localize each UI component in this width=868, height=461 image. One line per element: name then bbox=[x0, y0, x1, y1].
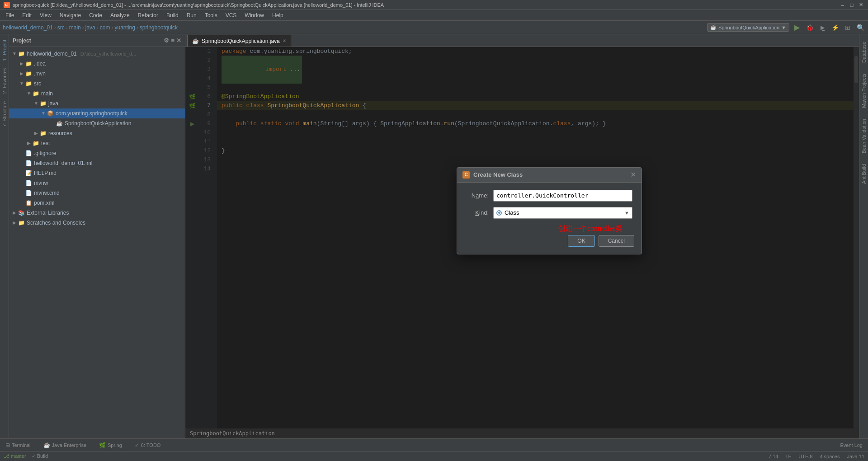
bottom-tab-todo[interactable]: ✓ 6: TODO bbox=[132, 440, 164, 451]
test-label: test bbox=[41, 139, 50, 147]
bottom-tab-terminal[interactable]: ⊟ Terminal bbox=[3, 440, 33, 451]
breadcrumb-main[interactable]: main bbox=[69, 24, 81, 31]
close-button[interactable]: ✕ bbox=[857, 1, 864, 9]
menu-analyze[interactable]: Analyze bbox=[107, 10, 133, 20]
gear-icon[interactable]: ≡ bbox=[171, 37, 175, 44]
tree-package[interactable]: ▼ 📦 com.yuanting.springbootquick bbox=[9, 108, 185, 118]
cancel-button[interactable]: Cancel bbox=[599, 235, 634, 247]
menu-file[interactable]: File bbox=[2, 10, 18, 20]
minimize-button[interactable]: – bbox=[839, 1, 846, 9]
project-panel: Project ⚙ ≡ ✕ ▼ 📁 helloworld_demo_01 D:\… bbox=[9, 34, 185, 438]
run-button[interactable]: ▶ bbox=[792, 23, 802, 33]
menu-code[interactable]: Code bbox=[85, 10, 106, 20]
breadcrumb-com[interactable]: com bbox=[100, 24, 110, 31]
search-button[interactable]: 🔍 bbox=[855, 23, 865, 33]
coverage-button[interactable]: ▶̲ bbox=[817, 23, 827, 33]
tree-ext-libs[interactable]: ▶ 📚 External Libraries bbox=[9, 208, 185, 218]
mvn-label: .mvn bbox=[34, 70, 46, 78]
ok-button[interactable]: OK bbox=[568, 235, 594, 247]
restore-button[interactable]: □ bbox=[848, 1, 855, 9]
tree-mvn[interactable]: ▶ 📁 .mvn bbox=[9, 69, 185, 79]
tree-src[interactable]: ▼ 📁 src bbox=[9, 79, 185, 89]
tree-main[interactable]: ▼ 📁 main bbox=[9, 89, 185, 99]
breadcrumb-java[interactable]: java bbox=[85, 24, 95, 31]
tab-close-icon[interactable]: ✕ bbox=[283, 38, 286, 43]
src-arrow: ▼ bbox=[18, 80, 25, 88]
cursor-position[interactable]: 7:14 bbox=[769, 454, 778, 459]
java-enterprise-icon: ☕ bbox=[43, 442, 50, 448]
git-icon[interactable]: ⎇ master bbox=[4, 453, 26, 459]
run-config-selector[interactable]: ☕ SpringbootQuickApplication ▼ bbox=[707, 23, 789, 32]
tree-resources[interactable]: ▶ 📁 resources bbox=[9, 128, 185, 138]
settings-icon[interactable]: ⚙ bbox=[164, 37, 169, 44]
terminal-icon: ⊟ bbox=[5, 442, 10, 448]
kind-value: Class bbox=[505, 209, 519, 216]
java-label: java bbox=[48, 99, 58, 108]
tree-scratches[interactable]: ▶ 📁 Scratches and Consoles bbox=[9, 218, 185, 228]
kind-select[interactable]: Class ▼ bbox=[493, 207, 632, 219]
right-tab-maven[interactable]: Maven Projects bbox=[860, 70, 868, 112]
side-tab-project[interactable]: 1: Project bbox=[0, 36, 9, 64]
menu-refactor[interactable]: Refactor bbox=[134, 10, 162, 20]
scratches-arrow: ▶ bbox=[11, 219, 18, 227]
spring-icon: 🌿 bbox=[99, 442, 106, 448]
tree-java[interactable]: ▼ 📁 java bbox=[9, 99, 185, 108]
right-tab-ant[interactable]: Ant Build bbox=[860, 160, 868, 188]
md-icon: 📝 bbox=[25, 169, 32, 177]
radio-dot bbox=[498, 212, 500, 214]
tree-gitignore[interactable]: 📄 .gitignore bbox=[9, 148, 185, 158]
event-log-label: Event Log bbox=[840, 442, 863, 448]
side-tab-favorites[interactable]: 2: Favorites bbox=[0, 64, 9, 97]
tree-help[interactable]: 📝 HELP.md bbox=[9, 168, 185, 178]
class-name-input[interactable] bbox=[493, 190, 632, 202]
menu-edit[interactable]: Edit bbox=[19, 10, 35, 20]
spring-label: Spring bbox=[108, 442, 122, 448]
breadcrumb-yuanting[interactable]: yuanting bbox=[114, 24, 135, 31]
src-icon: 📁 bbox=[25, 80, 32, 88]
tree-main-class[interactable]: ☕ SpringbootQuickApplication bbox=[9, 118, 185, 128]
xml-icon: 📋 bbox=[25, 199, 32, 207]
help-label: HELP.md bbox=[34, 169, 57, 177]
ext-arrow: ▶ bbox=[11, 209, 18, 217]
bottom-tab-spring[interactable]: 🌿 Spring bbox=[96, 440, 125, 451]
breadcrumb-springbootquick[interactable]: springbootquick bbox=[140, 24, 178, 31]
tree-idea[interactable]: ▶ 📁 .idea bbox=[9, 59, 185, 69]
menu-window[interactable]: Window bbox=[241, 10, 268, 20]
profile-button[interactable]: ⚡ bbox=[830, 23, 840, 33]
menu-run[interactable]: Run bbox=[183, 10, 200, 20]
dialog-close-button[interactable]: ✕ bbox=[630, 171, 636, 179]
layout-button[interactable]: ⊞ bbox=[843, 23, 853, 33]
tab-main-class[interactable]: ☕ SpringbootQuickApplication.java ✕ bbox=[187, 35, 291, 47]
app-icon: IJ bbox=[4, 2, 10, 8]
encoding[interactable]: UTF-8 bbox=[798, 454, 812, 459]
indent-indicator[interactable]: 4 spaces bbox=[820, 454, 840, 459]
menu-navigate[interactable]: Navigate bbox=[56, 10, 85, 20]
class-radio-indicator bbox=[496, 210, 502, 216]
tree-pom[interactable]: 📋 pom.xml bbox=[9, 198, 185, 208]
menu-help[interactable]: Help bbox=[269, 10, 287, 20]
editor-footer: SpringbootQuickApplication bbox=[185, 428, 859, 438]
menu-view[interactable]: View bbox=[36, 10, 55, 20]
tree-mvnw-cmd[interactable]: 📄 mvnw.cmd bbox=[9, 188, 185, 198]
root-arrow: ▼ bbox=[11, 50, 18, 58]
side-tab-structure[interactable]: 7: Structure bbox=[0, 98, 9, 131]
bottom-tab-java-enterprise[interactable]: ☕ Java Enterprise bbox=[41, 440, 89, 451]
breadcrumb-root[interactable]: helloworld_demo_01 bbox=[3, 24, 53, 31]
tree-mvnw[interactable]: 📄 mvnw bbox=[9, 178, 185, 188]
line-ending[interactable]: LF bbox=[785, 454, 791, 459]
dialog-title-bar: C Create New Class ✕ bbox=[457, 168, 642, 183]
breadcrumb-src[interactable]: src bbox=[57, 24, 65, 31]
close-panel-icon[interactable]: ✕ bbox=[176, 37, 181, 44]
tree-root[interactable]: ▼ 📁 helloworld_demo_01 D:\idea_yt\hellow… bbox=[9, 49, 185, 59]
gitignore-label: .gitignore bbox=[34, 149, 56, 157]
panel-header: Project ⚙ ≡ ✕ bbox=[9, 34, 185, 47]
right-tab-database[interactable]: Database bbox=[860, 38, 868, 66]
menu-build[interactable]: Build bbox=[163, 10, 182, 20]
right-tab-bean[interactable]: Bean Validation bbox=[860, 115, 868, 157]
bottom-tab-event-log[interactable]: Event Log bbox=[837, 440, 865, 451]
debug-button[interactable]: 🐞 bbox=[805, 23, 815, 33]
menu-vcs[interactable]: VCS bbox=[222, 10, 241, 20]
tree-iml[interactable]: 📄 helloworld_demo_01.iml bbox=[9, 158, 185, 168]
menu-tools[interactable]: Tools bbox=[201, 10, 221, 20]
tree-test[interactable]: ▶ 📁 test bbox=[9, 138, 185, 148]
